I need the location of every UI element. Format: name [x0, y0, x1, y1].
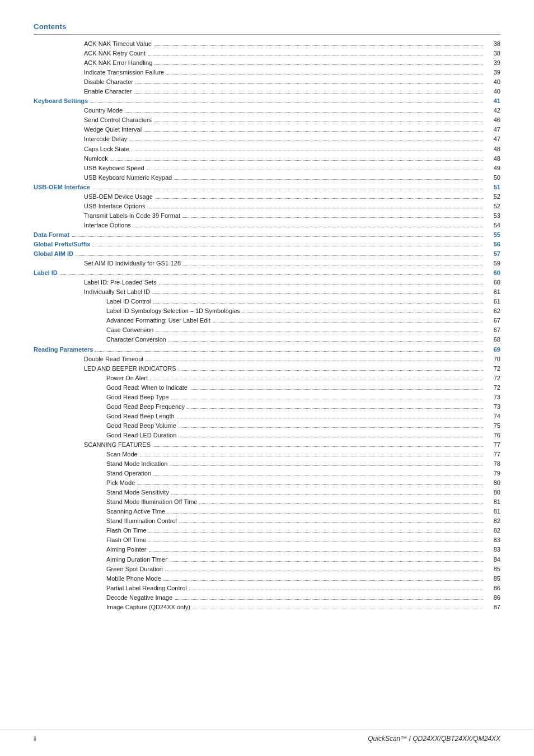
toc-label: Decode Negative Image — [106, 593, 172, 603]
toc-page: 47 — [485, 134, 500, 144]
toc-dots — [147, 208, 483, 208]
toc-page: 83 — [485, 545, 500, 554]
toc-label: Indicate Transmission Failure — [84, 68, 164, 77]
toc-dots — [90, 102, 483, 103]
toc-dots — [163, 580, 483, 581]
footer-page: ii — [34, 735, 36, 742]
toc-page: 38 — [485, 49, 500, 58]
toc-item: Stand Operation79 — [34, 469, 500, 478]
toc-page: 53 — [485, 211, 500, 221]
toc-label: SCANNING FEATURES — [84, 440, 151, 450]
toc-item: Character Conversion68 — [34, 335, 500, 344]
toc-page: 76 — [485, 431, 500, 440]
toc-label: Mobile Phone Mode — [106, 574, 161, 584]
toc-dots — [179, 437, 483, 437]
toc-page: 80 — [485, 478, 500, 488]
toc-page: 54 — [485, 221, 500, 230]
toc-item: Stand Mode Sensitivity80 — [34, 488, 500, 497]
toc-dots — [110, 160, 483, 161]
toc-item: USB-OEM Interface51 — [34, 183, 500, 192]
toc-page: 72 — [485, 374, 500, 383]
toc-label: Stand Operation — [106, 469, 151, 478]
toc-item: Mobile Phone Mode85 — [34, 574, 500, 584]
toc-label: Image Capture (QD24XX only) — [106, 603, 190, 612]
toc-label: Set AIM ID Individually for GS1-128 — [84, 259, 181, 268]
toc-dots — [189, 590, 483, 590]
toc-label: Reading Parameters — [34, 345, 93, 354]
toc-label: Transmit Labels in Code 39 Format — [84, 211, 180, 221]
toc-label: Country Mode — [84, 106, 123, 115]
toc-label: Label ID Symbology Selection – 1D Symbol… — [106, 306, 240, 316]
toc-label: Partial Label Reading Control — [106, 584, 187, 593]
toc-label: Advanced Formatting: User Label Edit — [106, 316, 210, 325]
toc-label: Good Read Beep Type — [106, 393, 169, 402]
toc-label: Character Conversion — [106, 335, 166, 344]
toc-dots — [170, 465, 483, 466]
footer-product: QuickScan™ I QD24XX/QBT24XX/QM24XX — [368, 735, 500, 743]
toc-item: Keyboard Settings41 — [34, 96, 500, 106]
toc-item: SCANNING FEATURES77 — [34, 440, 500, 450]
header-rule — [34, 34, 500, 35]
toc-item: Decode Negative Image86 — [34, 593, 500, 603]
toc-item: Good Read Beep Length74 — [34, 412, 500, 421]
toc-label: ACK NAK Timeout Value — [84, 39, 152, 49]
toc-dots — [179, 522, 483, 523]
page: Contents ACK NAK Timeout Value38ACK NAK … — [0, 0, 534, 756]
toc-item: LED AND BEEPER INDICATORS72 — [34, 364, 500, 374]
toc-dots — [171, 494, 483, 494]
toc-page: 62 — [485, 306, 500, 316]
toc-item: Power On Alert72 — [34, 374, 500, 383]
toc-dots — [179, 370, 483, 371]
toc-item: Caps Lock State48 — [34, 144, 500, 154]
toc-label: Label ID Control — [106, 297, 151, 306]
toc-dots — [154, 122, 483, 122]
toc-label: ACK NAK Error Handling — [84, 58, 152, 68]
toc-item: Partial Label Reading Control86 — [34, 584, 500, 593]
toc-item: Advanced Formatting: User Label Edit67 — [34, 316, 500, 325]
toc-page: 42 — [485, 106, 500, 115]
toc-page: 84 — [485, 555, 500, 564]
toc-dots — [166, 74, 483, 74]
toc-item: Enable Character40 — [34, 87, 500, 96]
toc-item: Intercode Delay47 — [34, 134, 500, 144]
toc-dots — [147, 170, 483, 170]
toc-dots — [199, 503, 483, 504]
toc-dots — [125, 112, 483, 113]
toc-label: Individually Set Label ID — [84, 287, 150, 297]
toc-page: 46 — [485, 115, 500, 125]
toc-dots — [92, 189, 483, 189]
toc-dots — [153, 446, 483, 447]
toc-label: Good Read Beep Length — [106, 412, 175, 421]
toc-item: Interface Options54 — [34, 221, 500, 230]
toc-dots — [153, 303, 483, 304]
toc-page: 78 — [485, 459, 500, 469]
toc-dots — [165, 571, 483, 571]
toc-page: 59 — [485, 259, 500, 268]
toc-dots — [213, 322, 483, 323]
toc-dots — [167, 513, 483, 514]
toc-label: LED AND BEEPER INDICATORS — [84, 364, 176, 374]
toc-dots — [174, 179, 483, 180]
toc-page: 67 — [485, 325, 500, 335]
toc-item: ACK NAK Retry Count38 — [34, 49, 500, 58]
toc-dots — [149, 551, 483, 552]
toc-page: 61 — [485, 287, 500, 297]
toc-dots — [171, 399, 483, 399]
toc-page: 55 — [485, 230, 500, 240]
toc-label: Aiming Duration Timer — [106, 555, 167, 564]
toc-label: Green Spot Duration — [106, 564, 163, 574]
toc-dots — [76, 255, 483, 256]
toc-item: Good Read Beep Frequency73 — [34, 402, 500, 412]
toc-label: Stand Mode Illumination Off Time — [106, 497, 197, 507]
toc-dots — [168, 341, 483, 342]
toc-label: Wedge Quiet Interval — [84, 125, 142, 134]
toc-item: Aiming Pointer83 — [34, 545, 500, 554]
toc-page: 83 — [485, 535, 500, 545]
toc-label: Caps Lock State — [84, 144, 129, 154]
toc-item: Indicate Transmission Failure39 — [34, 68, 500, 77]
toc-page: 81 — [485, 497, 500, 507]
toc-page: 81 — [485, 507, 500, 516]
toc-item: ACK NAK Timeout Value38 — [34, 39, 500, 49]
toc-label: ACK NAK Retry Count — [84, 49, 146, 58]
toc-label: Data Format — [34, 230, 69, 240]
